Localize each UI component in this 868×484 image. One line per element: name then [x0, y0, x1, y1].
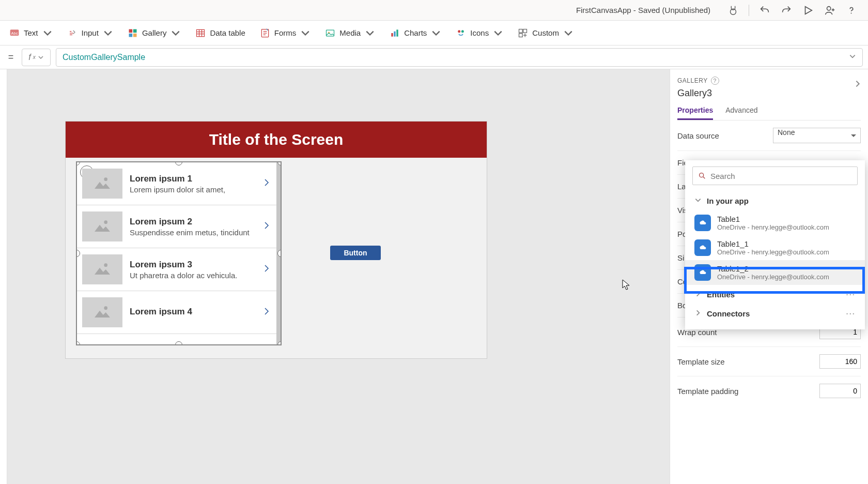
- onedrive-icon: [694, 264, 711, 281]
- section-entities[interactable]: Entities ···: [685, 285, 865, 304]
- insert-ribbon: Abc Text Input Gallery Data table Forms …: [0, 21, 868, 46]
- chevron-right-icon[interactable]: [262, 307, 271, 318]
- image-placeholder-icon: [82, 211, 122, 241]
- resize-handle[interactable]: [175, 341, 182, 345]
- app-checker-icon[interactable]: [724, 1, 742, 20]
- redo-icon[interactable]: [777, 1, 796, 20]
- item-title: Lorem ipsum 4: [130, 307, 255, 317]
- svg-rect-11: [327, 30, 334, 36]
- svg-rect-20: [519, 33, 523, 37]
- panel-expand-icon[interactable]: [854, 80, 862, 90]
- ribbon-custom[interactable]: Custom: [518, 28, 574, 38]
- svg-rect-6: [133, 29, 137, 33]
- app-title: FirstCanvasApp - Saved (Unpublished): [576, 6, 710, 14]
- onedrive-icon: [694, 215, 711, 231]
- prop-data-source: Data source None: [677, 120, 861, 151]
- svg-point-24: [104, 306, 107, 310]
- chevron-right-icon[interactable]: [262, 178, 271, 189]
- chevron-right-icon: [694, 309, 702, 318]
- ribbon-charts[interactable]: Charts: [390, 28, 441, 38]
- prop-template-size: Template size: [677, 347, 861, 376]
- gallery-item[interactable]: Lorem ipsum 4: [77, 291, 276, 334]
- template-size-input[interactable]: [819, 354, 861, 369]
- item-subtitle: Lorem ipsum dolor sit amet,: [130, 185, 255, 194]
- onedrive-icon: [694, 239, 711, 256]
- svg-point-1: [827, 6, 831, 10]
- image-placeholder-icon: [82, 254, 122, 284]
- svg-rect-13: [391, 33, 393, 37]
- chevron-right-icon[interactable]: [262, 264, 271, 275]
- more-icon[interactable]: ···: [846, 309, 856, 318]
- svg-rect-9: [197, 29, 205, 36]
- data-source-option[interactable]: Table1_1 OneDrive - henry.legge@outlook.…: [685, 235, 865, 260]
- section-connectors[interactable]: Connectors ···: [685, 304, 865, 323]
- svg-point-21: [104, 177, 107, 181]
- gallery-item[interactable]: Lorem ipsum 2 Suspendisse enim metus, ti…: [77, 205, 276, 248]
- more-icon[interactable]: ···: [846, 290, 856, 299]
- item-subtitle: Ut pharetra a dolor ac vehicula.: [130, 271, 255, 280]
- template-padding-input[interactable]: [819, 384, 861, 398]
- formula-expand-icon[interactable]: [849, 53, 856, 62]
- ribbon-media[interactable]: Media: [325, 28, 375, 38]
- item-subtitle: Suspendisse enim metus, tincidunt: [130, 228, 255, 237]
- svg-rect-14: [394, 31, 395, 36]
- section-in-your-app[interactable]: In your app: [685, 191, 865, 210]
- resize-handle[interactable]: [277, 341, 282, 345]
- control-name: Gallery3: [677, 88, 861, 99]
- ribbon-gallery[interactable]: Gallery: [128, 28, 181, 38]
- canvas-button[interactable]: Button: [330, 246, 381, 260]
- formula-input-wrap[interactable]: [56, 48, 863, 67]
- svg-text:Abc: Abc: [11, 31, 18, 35]
- svg-point-2: [851, 12, 852, 13]
- formula-input[interactable]: [63, 53, 849, 62]
- data-source-search[interactable]: [692, 167, 858, 185]
- gallery-item[interactable]: Lorem ipsum 3 Ut pharetra a dolor ac veh…: [77, 248, 276, 291]
- svg-rect-15: [396, 29, 398, 36]
- prop-template-padding: Template padding: [677, 376, 861, 405]
- data-source-option[interactable]: Table1_2 OneDrive - henry.legge@outlook.…: [685, 260, 865, 285]
- ribbon-data-table[interactable]: Data table: [195, 28, 245, 38]
- share-icon[interactable]: [820, 1, 839, 20]
- ribbon-input[interactable]: Input: [67, 28, 113, 38]
- tab-advanced[interactable]: Advanced: [725, 106, 757, 120]
- gallery-inner: Lorem ipsum 1 Lorem ipsum dolor sit amet…: [77, 162, 281, 344]
- tab-properties[interactable]: Properties: [677, 106, 713, 120]
- search-icon: [698, 172, 706, 180]
- ribbon-forms[interactable]: Forms: [260, 28, 311, 38]
- chevron-right-icon[interactable]: [262, 221, 271, 232]
- ribbon-text[interactable]: Abc Text: [9, 28, 53, 38]
- properties-panel: GALLERY ? Gallery3 Properties Advanced D…: [670, 69, 868, 484]
- data-source-search-input[interactable]: [710, 172, 852, 180]
- data-source-option[interactable]: Table1 OneDrive - henry.legge@outlook.co…: [685, 210, 865, 235]
- title-bar: FirstCanvasApp - Saved (Unpublished): [0, 0, 868, 21]
- screen-frame: Title of the Screen Button Lorem ipsum 1…: [65, 121, 487, 359]
- formula-bar: = fx: [0, 46, 868, 69]
- titlebar-divider: [749, 5, 749, 16]
- control-type-label: GALLERY ?: [677, 77, 861, 85]
- svg-rect-19: [523, 29, 527, 33]
- undo-icon[interactable]: [755, 1, 774, 20]
- ribbon-icons[interactable]: Icons: [456, 28, 503, 38]
- svg-rect-8: [133, 33, 137, 37]
- svg-point-16: [458, 30, 461, 33]
- resize-handle[interactable]: [277, 250, 282, 257]
- fx-button[interactable]: fx: [22, 49, 51, 66]
- left-rail-collapsed[interactable]: [0, 69, 7, 484]
- chevron-right-icon: [694, 290, 702, 299]
- help-tooltip-icon[interactable]: ?: [711, 77, 719, 85]
- screen-title-label: Title of the Screen: [66, 122, 487, 158]
- svg-rect-7: [129, 33, 132, 37]
- help-icon[interactable]: [842, 1, 861, 20]
- canvas-area[interactable]: Title of the Screen Button Lorem ipsum 1…: [7, 69, 670, 484]
- gallery-item[interactable]: Lorem ipsum 1 Lorem ipsum dolor sit amet…: [77, 162, 276, 205]
- data-source-flyout: In your app Table1 OneDrive - henry.legg…: [685, 160, 865, 329]
- gallery-control[interactable]: Lorem ipsum 1 Lorem ipsum dolor sit amet…: [76, 161, 282, 345]
- svg-point-25: [700, 173, 704, 177]
- play-icon[interactable]: [799, 1, 817, 20]
- svg-rect-5: [129, 29, 132, 33]
- mouse-cursor-icon: [622, 279, 630, 291]
- svg-rect-18: [519, 29, 523, 33]
- data-source-dropdown[interactable]: None: [773, 128, 861, 143]
- image-placeholder-icon: [82, 169, 122, 199]
- properties-tabs: Properties Advanced: [677, 106, 861, 120]
